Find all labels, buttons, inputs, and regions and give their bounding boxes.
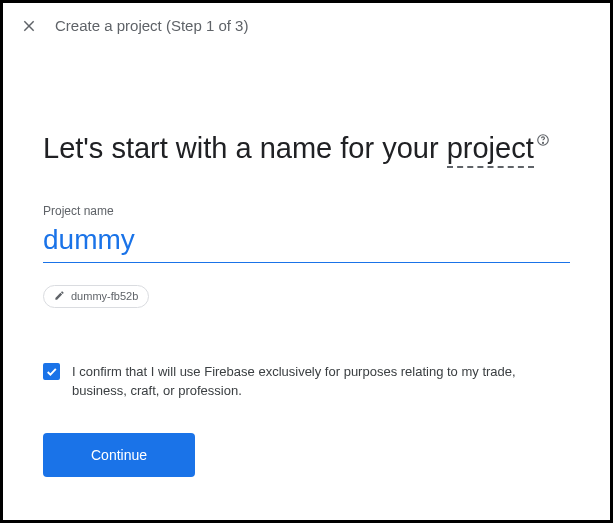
dialog-content: Let's start with a name for your project… bbox=[3, 48, 610, 477]
continue-button[interactable]: Continue bbox=[43, 433, 195, 477]
pencil-icon bbox=[54, 290, 65, 303]
help-icon[interactable] bbox=[536, 118, 550, 157]
project-id-text: dummy-fb52b bbox=[71, 290, 138, 302]
project-name-input[interactable] bbox=[43, 222, 570, 263]
confirm-text: I confirm that I will use Firebase exclu… bbox=[72, 362, 570, 401]
project-id-chip[interactable]: dummy-fb52b bbox=[43, 285, 149, 308]
confirm-row: I confirm that I will use Firebase exclu… bbox=[43, 362, 570, 401]
headline-text: Let's start with a name for your bbox=[43, 132, 447, 164]
confirm-checkbox[interactable] bbox=[43, 363, 60, 380]
dialog-header: Create a project (Step 1 of 3) bbox=[3, 3, 610, 48]
project-name-label: Project name bbox=[43, 204, 570, 218]
dialog-title: Create a project (Step 1 of 3) bbox=[55, 17, 248, 34]
close-icon[interactable] bbox=[21, 18, 37, 34]
svg-point-3 bbox=[542, 142, 543, 143]
headline: Let's start with a name for your project bbox=[43, 118, 570, 168]
headline-underlined: project bbox=[447, 132, 534, 168]
